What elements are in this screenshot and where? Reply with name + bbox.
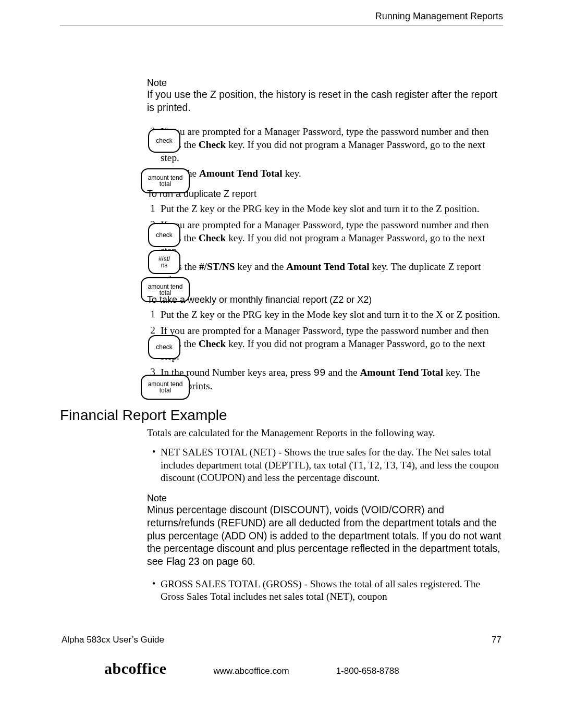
page-number: 77 xyxy=(492,635,501,645)
steps-block-a: check amount tend total 2 If you are pro… xyxy=(60,126,503,180)
list-item: 3 Press the #/ST/NS key and the Amount T… xyxy=(147,261,503,286)
list-item: 1 Put the Z key or the PRG key in the Mo… xyxy=(147,309,503,322)
list-item: 3 Press the Amount Tend Total key. xyxy=(147,167,503,180)
note-body: If you use the Z position, the history i… xyxy=(147,89,503,114)
amount-tend-total-key-icon: amount tend total xyxy=(141,375,190,400)
brand-row: abcoffice www.abcoffice.com 1-800-658-87… xyxy=(60,660,503,677)
section-heading: Financial Report Example xyxy=(60,407,503,424)
header-rule: Running Management Reports xyxy=(60,25,503,26)
brand-logo: abcoffice xyxy=(104,660,166,677)
check-key-icon: check xyxy=(148,129,180,153)
note-block: Note If you use the Z position, the hist… xyxy=(147,78,503,114)
list-item: 1 Put the Z key or the PRG key in the Mo… xyxy=(147,203,503,216)
list-item: 2 If you are prompted for a Manager Pass… xyxy=(147,219,503,257)
step-text: If you are prompted for a Manager Passwo… xyxy=(161,126,503,164)
example-body: Totals are calculated for the Management… xyxy=(147,427,503,603)
step-text: If you are prompted for a Manager Passwo… xyxy=(161,325,503,363)
running-header: Running Management Reports xyxy=(375,11,503,22)
footer-guide-title: Alpha 583cx User’s Guide xyxy=(62,635,164,645)
bullet-text: NET SALES TOTAL (NET) - Shows the true s… xyxy=(161,446,503,485)
list-item: 3 In the round Number keys area, press 9… xyxy=(147,366,503,392)
footer-url: www.abcoffice.com xyxy=(213,666,289,676)
page-footer: Alpha 583cx User’s Guide 77 xyxy=(60,635,503,645)
intro-text: Totals are calculated for the Management… xyxy=(147,427,503,440)
note-body: Minus percentage discount (DISCOUNT), vo… xyxy=(147,504,503,568)
step-text: If you are prompted for a Manager Passwo… xyxy=(161,219,503,257)
bullet-icon: • xyxy=(147,578,161,603)
list-item: 2 If you are prompted for a Manager Pass… xyxy=(147,325,503,363)
subheading: To run a duplicate Z report xyxy=(147,189,503,200)
dup-z-section: check #/st/ ns amount tend total To run … xyxy=(60,189,503,286)
step-number: 1 xyxy=(147,309,161,322)
list-item: • GROSS SALES TOTAL (GROSS) - Shows the … xyxy=(147,578,503,603)
step-text: Press the #/ST/NS key and the Amount Ten… xyxy=(161,261,503,286)
footer-phone: 1-800-658-8788 xyxy=(336,666,399,676)
list-item: • NET SALES TOTAL (NET) - Shows the true… xyxy=(147,446,503,485)
check-key-icon: check xyxy=(148,335,180,359)
step-number: 1 xyxy=(147,203,161,216)
bullet-text: GROSS SALES TOTAL (GROSS) - Shows the to… xyxy=(161,578,503,603)
weekly-section: check amount tend total To take a weekly… xyxy=(60,294,503,392)
step-text: Put the Z key or the PRG key in the Mode… xyxy=(161,309,503,322)
subheading: To take a weekly or monthly financial re… xyxy=(147,294,503,305)
step-text: In the round Number keys area, press 99 … xyxy=(161,366,503,392)
bullet-icon: • xyxy=(147,446,161,485)
note-heading: Note xyxy=(147,493,503,504)
check-key-icon: check xyxy=(148,223,180,247)
step-text: Put the Z key or the PRG key in the Mode… xyxy=(161,203,503,216)
manual-page: Running Management Reports Note If you u… xyxy=(0,0,563,693)
note-heading: Note xyxy=(147,78,503,89)
step-text: Press the Amount Tend Total key. xyxy=(161,167,503,180)
st-ns-key-icon: #/st/ ns xyxy=(148,250,180,274)
list-item: 2 If you are prompted for a Manager Pass… xyxy=(147,126,503,164)
